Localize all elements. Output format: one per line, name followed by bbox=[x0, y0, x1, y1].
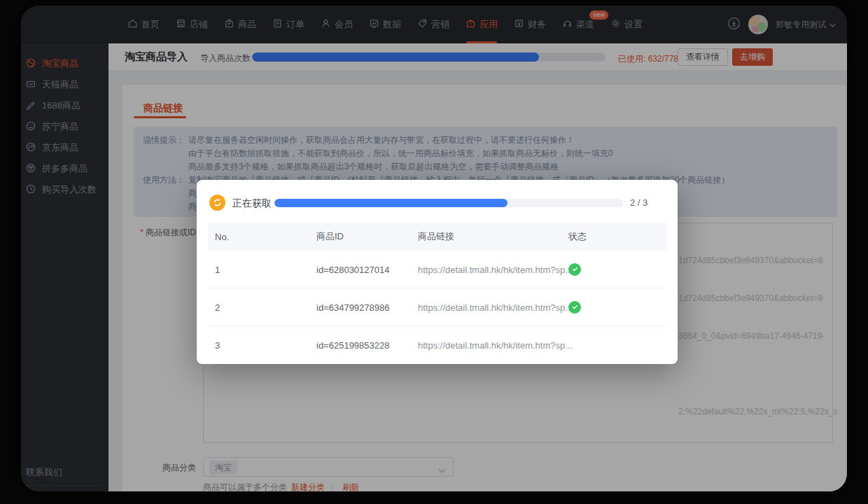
table-row: 2 id=634799278986 https://detail.tmall.h… bbox=[208, 288, 666, 326]
col-header-id: 商品ID bbox=[316, 230, 344, 243]
table-header-row: No. 商品ID 商品链接 状态 bbox=[208, 223, 666, 251]
success-check-icon bbox=[568, 263, 581, 276]
status-cell bbox=[568, 301, 581, 314]
row-product-id: id=634799278986 bbox=[316, 302, 389, 312]
success-check-icon bbox=[568, 301, 581, 314]
col-header-no: No. bbox=[215, 232, 229, 242]
status-cell bbox=[568, 263, 581, 276]
row-product-link: https://detail.tmall.hk/hk/item.htm?sp..… bbox=[418, 302, 573, 312]
fetch-progress-fill bbox=[274, 199, 507, 207]
status-cell bbox=[568, 339, 581, 351]
col-header-link: 商品链接 bbox=[418, 230, 454, 243]
table-row: 3 id=625199853228 https://detail.tmall.h… bbox=[208, 326, 666, 364]
fetch-progress-track bbox=[274, 199, 623, 207]
table-row: 1 id=628030127014 https://detail.tmall.h… bbox=[208, 251, 666, 288]
row-no: 3 bbox=[215, 340, 220, 351]
row-product-link: https://detail.tmall.hk/hk/item.htm?sp..… bbox=[418, 340, 573, 351]
row-product-link: https://detail.tmall.hk/hk/item.htm?sp..… bbox=[418, 264, 573, 274]
row-no: 1 bbox=[215, 264, 220, 274]
row-no: 2 bbox=[215, 302, 220, 312]
fetch-result-table: No. 商品ID 商品链接 状态 1 id=628030127014 https… bbox=[208, 223, 666, 364]
fetch-progress-modal: 正在获取 2 / 3 No. 商品ID 商品链接 状态 1 id=6280301… bbox=[197, 180, 678, 364]
fetch-status-text: 正在获取 bbox=[232, 197, 272, 210]
refresh-icon bbox=[209, 195, 225, 211]
row-product-id: id=628030127014 bbox=[316, 264, 389, 274]
app-window: 首页 店铺 商品 订单 会员 数据 bbox=[21, 6, 847, 491]
row-product-id: id=625199853228 bbox=[316, 340, 389, 351]
fetch-progress-count: 2 / 3 bbox=[630, 197, 648, 208]
col-header-status: 状态 bbox=[568, 230, 587, 243]
